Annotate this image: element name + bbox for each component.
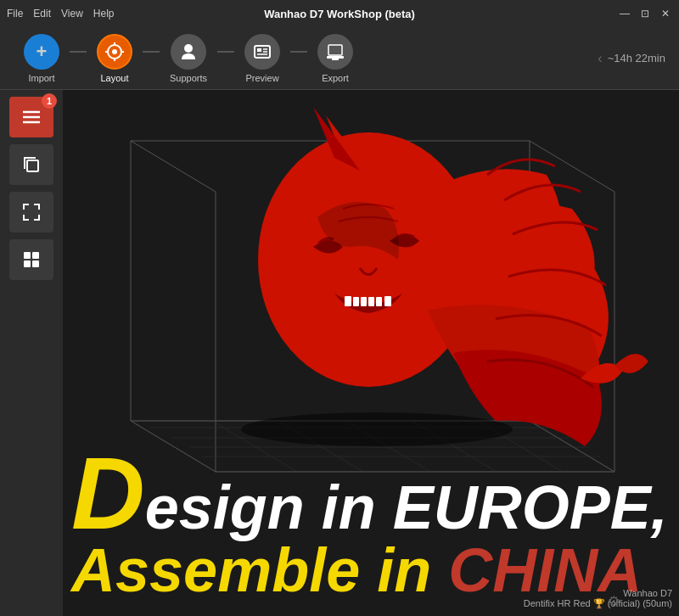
toolbar-connector-3: [217, 51, 234, 53]
toolbar-preview[interactable]: Preview: [234, 29, 290, 88]
promo-line1-rest: esign in EUROPE,: [145, 473, 668, 541]
svg-rect-21: [32, 252, 39, 259]
supports-icon: [171, 34, 206, 70]
svg-rect-14: [327, 56, 344, 59]
toolbar: + Import Layout Supports: [0, 27, 679, 90]
sidebar-layers-button[interactable]: 1: [9, 97, 53, 137]
sidebar-expand-button[interactable]: [9, 192, 53, 232]
export-label: Export: [322, 73, 349, 83]
svg-rect-50: [345, 296, 351, 306]
promo-line1: Design in EUROPE,: [71, 445, 671, 541]
sidebar-grid-button[interactable]: [9, 239, 53, 280]
layout-label: Layout: [100, 73, 128, 83]
svg-rect-19: [27, 160, 38, 171]
sidebar: 1: [0, 90, 63, 616]
promo-big-d: D: [71, 436, 145, 550]
toolbar-connector-2: [143, 51, 160, 53]
svg-point-1: [112, 49, 117, 54]
svg-rect-20: [24, 252, 31, 259]
menu-bar[interactable]: File Edit View Help: [7, 8, 115, 20]
menu-view[interactable]: View: [61, 8, 83, 20]
time-value: ~14h 22min: [608, 52, 665, 64]
svg-rect-54: [376, 297, 382, 306]
printer-model: Wanhao D7: [524, 588, 672, 598]
svg-rect-13: [330, 47, 340, 53]
svg-rect-15: [332, 59, 339, 60]
svg-point-56: [241, 412, 513, 446]
svg-rect-55: [384, 296, 391, 306]
layers-badge: 1: [42, 93, 57, 109]
title-bar: File Edit View Help Wanhao D7 WorkShop (…: [0, 0, 679, 27]
toolbar-supports[interactable]: Supports: [160, 29, 217, 88]
preview-label: Preview: [245, 73, 278, 83]
close-button[interactable]: ✕: [659, 7, 672, 20]
maximize-button[interactable]: ⊡: [638, 7, 652, 20]
svg-point-6: [184, 44, 193, 53]
time-arrow-icon: ‹: [598, 51, 602, 66]
preview-icon: [244, 34, 280, 70]
settings-corner-icon[interactable]: ⚙: [608, 593, 620, 609]
layout-icon: [97, 34, 132, 70]
minimize-button[interactable]: —: [618, 7, 631, 20]
window-controls[interactable]: — ⊡ ✕: [618, 7, 672, 20]
supports-label: Supports: [170, 73, 207, 83]
resin-info: Dentifix HR Red 🏆 (official) (50um): [524, 598, 672, 609]
export-icon: [317, 34, 353, 70]
svg-rect-53: [368, 297, 374, 306]
menu-edit[interactable]: Edit: [33, 8, 51, 20]
svg-rect-22: [24, 260, 31, 267]
menu-file[interactable]: File: [7, 8, 23, 20]
menu-help[interactable]: Help: [93, 8, 115, 20]
sidebar-copy-button[interactable]: [9, 144, 53, 185]
promo-text: Design in EUROPE, Assemble in CHINA: [63, 445, 679, 599]
toolbar-import[interactable]: + Import: [14, 29, 70, 88]
viewport[interactable]: Design in EUROPE, Assemble in CHINA Wanh…: [63, 90, 679, 616]
svg-rect-51: [353, 297, 359, 306]
bottom-right-info: Wanhao D7 Dentifix HR Red 🏆 (official) (…: [524, 588, 672, 609]
toolbar-connector-4: [290, 51, 307, 53]
svg-rect-7: [255, 46, 270, 58]
window-title: Wanhao D7 WorkShop (beta): [264, 8, 415, 20]
toolbar-connector-1: [70, 51, 87, 53]
import-label: Import: [28, 73, 54, 83]
promo-assemble: Assemble in: [71, 536, 448, 604]
svg-rect-52: [361, 297, 367, 306]
svg-rect-23: [32, 260, 39, 267]
toolbar-export[interactable]: Export: [307, 29, 363, 88]
toolbar-layout[interactable]: Layout: [87, 29, 143, 88]
svg-rect-8: [257, 48, 261, 52]
time-estimate: ‹ ~14h 22min: [598, 51, 665, 66]
import-icon: +: [24, 34, 59, 70]
